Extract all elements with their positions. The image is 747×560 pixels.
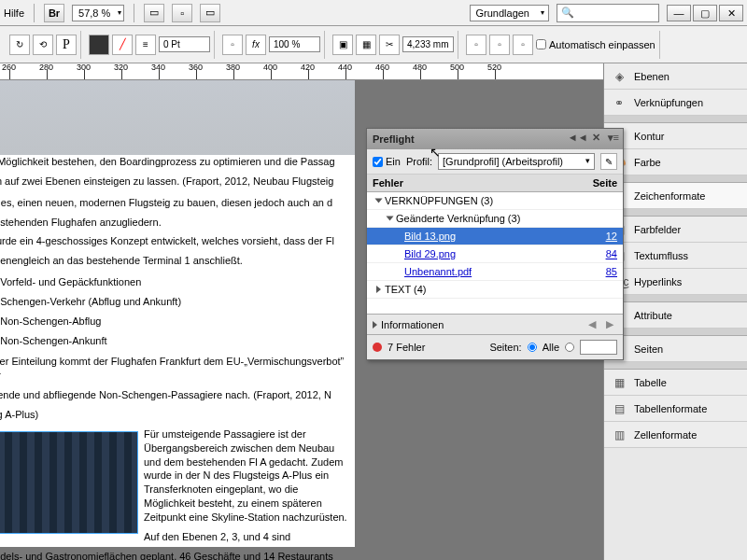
tree-row[interactable]: Bild 29.png84 — [367, 245, 623, 263]
panel-kontur[interactable]: ≡Kontur — [604, 123, 747, 149]
fill-swatch[interactable] — [89, 35, 109, 55]
stroke-weight-field[interactable]: 0 Pt — [159, 36, 210, 52]
panels-dock: ◈Ebenen⚭Verknüpfungen≡Kontur🎨FarbeA̲Zeic… — [603, 63, 747, 560]
crop-icon[interactable]: ✂ — [379, 35, 400, 55]
close-button[interactable]: ✕ — [719, 5, 743, 21]
panel-farbe[interactable]: 🎨Farbe — [604, 149, 747, 175]
preflight-enable-checkbox[interactable]: Ein — [373, 156, 401, 167]
autofit-checkbox[interactable]: Automatisch einpassen — [536, 39, 655, 50]
placed-image[interactable] — [0, 431, 138, 534]
panel-tabellenformate[interactable]: ▤Tabellenformate — [604, 396, 747, 422]
stroke-swatch[interactable]: ╱ — [112, 35, 133, 55]
status-row: 7 Fehler Seiten: Alle — [367, 334, 623, 359]
panel-hyperlinks[interactable]: a͜b͜cHyperlinks — [604, 269, 747, 295]
fx-icon[interactable]: fx — [246, 35, 266, 55]
panel-seiten[interactable]: ▫Seiten — [604, 336, 747, 362]
ruler: 2602803003203403603804004204404604805005… — [0, 63, 603, 80]
error-table-header: FehlerSeite — [367, 175, 623, 192]
preflight-panel[interactable]: Preflight ◄◄ ✕▾≡ Ein Profil: [Grundprofi… — [366, 128, 624, 360]
bridge-button[interactable]: Br — [44, 4, 64, 22]
profile-label: Profil: — [406, 156, 432, 167]
fit1-icon[interactable]: ▫ — [466, 35, 486, 55]
pages-range-radio[interactable] — [565, 343, 574, 352]
panel-icon: ▤ — [612, 401, 627, 416]
pages-range-field[interactable] — [580, 340, 617, 355]
pages-all-radio[interactable] — [528, 343, 537, 352]
view-options-icon[interactable]: ▭ — [144, 4, 164, 22]
tree-row[interactable]: Geänderte Verknüpfung (3) — [367, 210, 623, 228]
error-tree[interactable]: VERKNÜPFUNGEN (3)Geänderte Verknüpfung (… — [367, 192, 623, 314]
error-dot-icon — [373, 343, 382, 352]
effects-icon[interactable]: ▫ — [222, 35, 243, 55]
close-icon[interactable]: ✕ — [592, 132, 600, 144]
panel-tabelle[interactable]: ▦Tabelle — [604, 370, 747, 396]
nav-arrows[interactable]: ◀ ▶ — [588, 318, 617, 330]
profile-dropdown[interactable]: [Grundprofil] (Arbeitsprofil) — [438, 153, 595, 170]
minimize-button[interactable]: — — [667, 5, 691, 21]
menu-icon[interactable]: ▾≡ — [608, 132, 619, 144]
panel-icon: ⚭ — [612, 95, 627, 110]
screen-mode-icon[interactable]: ▫ — [172, 4, 192, 22]
fit3-icon[interactable]: ▫ — [513, 35, 533, 55]
panel-attribute[interactable]: ✓Attribute — [604, 302, 747, 329]
info-row[interactable]: Informationen ◀ ▶ — [367, 314, 623, 334]
flip-icon[interactable]: ⟲ — [33, 35, 53, 55]
page: e Möglichkeit bestehen, den Boardingproz… — [0, 80, 355, 547]
measure-field[interactable]: 4,233 mm — [402, 36, 454, 52]
tree-row[interactable]: VERKNÜPFUNGEN (3) — [367, 192, 623, 210]
panel-ebenen[interactable]: ◈Ebenen — [604, 63, 747, 90]
collapse-icon[interactable]: ◄◄ — [568, 132, 588, 144]
tree-row[interactable]: TEXT (4) — [367, 281, 623, 299]
panel-textumfluss[interactable]: ▣Textumfluss — [604, 243, 747, 269]
wrap-icon[interactable]: ▣ — [332, 35, 353, 55]
arrange-icon[interactable]: ▭ — [200, 4, 220, 22]
paragraph-icon[interactable]: P — [56, 35, 77, 55]
opacity-field[interactable]: 100 % — [269, 36, 320, 52]
tree-row[interactable]: Unbenannt.pdf85 — [367, 263, 623, 281]
workspace-dropdown[interactable]: Grundlagen — [470, 5, 550, 21]
help-menu[interactable]: Hilfe — [4, 7, 24, 19]
rotate-icon[interactable]: ↻ — [9, 35, 30, 55]
panel-zellenformate[interactable]: ▥Zellenformate — [604, 422, 747, 448]
panel-icon: ◈ — [612, 69, 627, 84]
stroke-weight-icon: ≡ — [135, 35, 156, 55]
zoom-dropdown[interactable]: 57,8 % — [72, 5, 124, 21]
wrap2-icon[interactable]: ▦ — [356, 35, 376, 55]
maximize-button[interactable]: ▢ — [693, 5, 717, 21]
fit2-icon[interactable]: ▫ — [489, 35, 510, 55]
profile-edit-icon[interactable]: ✎ — [600, 153, 617, 170]
search-input[interactable]: 🔍 — [557, 4, 659, 22]
tree-row[interactable]: Bild 13.png12 — [367, 228, 623, 245]
preflight-title[interactable]: Preflight ◄◄ ✕▾≡ — [367, 129, 623, 149]
panel-verknüpfungen[interactable]: ⚭Verknüpfungen — [604, 90, 747, 116]
panel-icon: ▥ — [612, 427, 627, 442]
panel-icon: ▦ — [612, 375, 627, 390]
control-toolbar: ↻ ⟲ P ╱ ≡ 0 Pt ▫ fx 100 % ▣ ▦ ✂ 4,233 mm… — [0, 26, 747, 63]
panel-zeichenformate[interactable]: A̲Zeichenformate — [604, 183, 747, 209]
panel-farbfelder[interactable]: ▦Farbfelder — [604, 217, 747, 243]
